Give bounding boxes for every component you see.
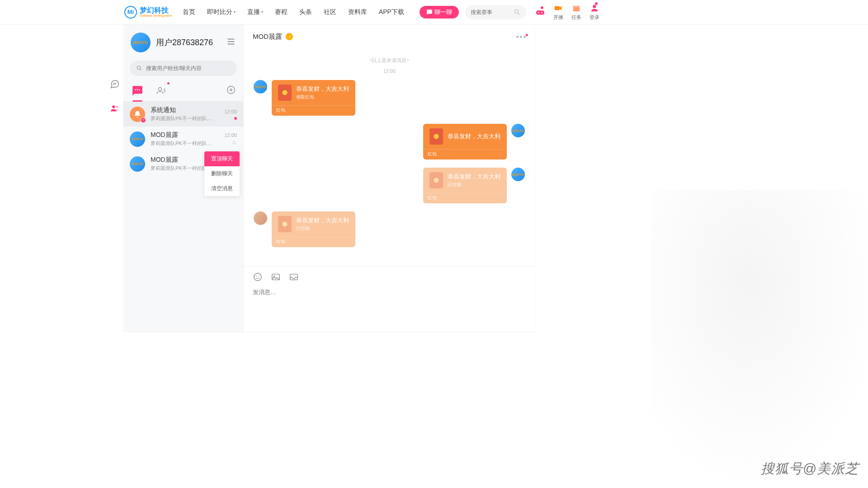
message-input[interactable] — [253, 288, 526, 302]
conv-time: 12:00 — [224, 132, 237, 138]
chat-bubble-icon — [132, 85, 143, 97]
verified-badge-icon — [141, 117, 146, 123]
nav-database[interactable]: 资料库 — [348, 8, 367, 16]
dot-icon — [524, 36, 526, 38]
gift-box-icon — [571, 3, 581, 13]
sidebar: DOUYU 用户287638276 — [123, 24, 244, 332]
hamburger-menu-icon[interactable] — [226, 37, 236, 48]
rail-chat-icon[interactable] — [110, 79, 120, 89]
redpacket-title: 恭喜发财，大吉大利 — [448, 173, 500, 181]
conversation-item-system[interactable]: 系统通知 萝莉圆滑队PK不一样的队… 12:00 — [123, 102, 243, 127]
redpacket-footer: 红包 — [423, 149, 507, 160]
nav-scores[interactable]: 即时比分▾ — [207, 8, 236, 16]
red-packet[interactable]: 恭喜发财，大吉大利 领取红包 红包 — [272, 80, 355, 116]
chat-messages[interactable]: ~以上是未读消息~ 12:00 DOUYU 恭喜发财，大吉大利 领取红包 红包 — [244, 49, 535, 266]
chat-button[interactable]: 聊一聊 — [420, 6, 459, 19]
add-button[interactable] — [226, 85, 236, 97]
tasks-button[interactable]: 任务 — [571, 3, 581, 21]
input-toolbar — [253, 272, 526, 284]
topnav-search[interactable] — [465, 5, 526, 19]
nav-app-download[interactable]: APP下载 — [379, 8, 404, 16]
image-button[interactable] — [271, 272, 281, 284]
chat-more-button[interactable] — [516, 36, 526, 38]
emoji-button[interactable] — [253, 272, 263, 284]
notification-dot-icon — [526, 34, 528, 36]
conv-name: 系统通知 — [151, 106, 219, 114]
inbox-button[interactable] — [289, 272, 299, 284]
chat-pane: MOD晨露 ~以上是未读消息~ 12:00 DOUYU — [244, 24, 535, 332]
svg-line-1 — [518, 13, 519, 14]
ctx-delete-chat[interactable]: 删除聊天 — [204, 166, 240, 181]
logo-badge-icon: Mi — [124, 6, 137, 19]
chevron-down-icon: ▾ — [261, 10, 263, 14]
nav-live[interactable]: 直播▾ — [247, 8, 263, 16]
chat-header: MOD晨露 — [244, 24, 535, 49]
svg-point-19 — [137, 89, 138, 91]
message-row: 恭喜发财，大吉大利 已过期 红包 — [254, 211, 525, 247]
svg-point-30 — [259, 276, 259, 277]
chat-input-area — [244, 266, 535, 332]
nav-community[interactable]: 社区 — [324, 8, 336, 16]
redpacket-title: 恭喜发财，大吉大利 — [296, 85, 349, 93]
top-nav: Mi 梦幻科技 Software Development 首页 即时比分▾ 直播… — [0, 0, 868, 24]
ctx-pin-chat[interactable]: 置顶聊天 — [204, 151, 240, 166]
conv-snippet: 萝莉圆滑队PK不一样的队… — [151, 140, 219, 147]
nav-items: 首页 即时比分▾ 直播▾ 赛程 头条 社区 资料库 APP下载 聊一聊 — [183, 6, 459, 19]
topnav-search-input[interactable] — [471, 9, 514, 15]
red-packet-icon — [278, 84, 292, 101]
svg-point-3 — [538, 12, 539, 13]
chevron-down-icon: ▾ — [234, 10, 236, 14]
site-logo[interactable]: Mi 梦幻科技 Software Development — [124, 6, 172, 19]
sidebar-header: DOUYU 用户287638276 — [123, 24, 243, 59]
nav-home[interactable]: 首页 — [183, 8, 195, 16]
sidebar-search-input[interactable] — [146, 65, 231, 71]
start-stream-button[interactable]: 开播 — [553, 3, 563, 21]
svg-line-17 — [140, 69, 142, 70]
current-user-avatar[interactable]: DOUYU — [131, 33, 151, 52]
tab-contacts[interactable] — [154, 84, 168, 98]
rail-contacts-icon[interactable] — [110, 103, 120, 113]
sender-avatar-icon[interactable]: DOUYU — [511, 168, 525, 181]
logo-text: 梦幻科技 Software Development — [140, 7, 172, 17]
dot-icon — [520, 36, 522, 38]
redpacket-subtitle: 已过期 — [296, 225, 349, 232]
tasks-label: 任务 — [571, 14, 581, 21]
sidebar-search[interactable] — [130, 61, 237, 76]
inbox-icon — [289, 272, 299, 282]
nav-headlines[interactable]: 头条 — [299, 8, 312, 16]
conversation-item[interactable]: DOUYU MOD晨露 萝莉圆滑队PK不一样的队… 12:00 — [123, 127, 243, 151]
conv-time: 12:00 — [224, 109, 237, 114]
unread-dot-icon — [234, 117, 237, 120]
redpacket-subtitle: 领取红包 — [296, 94, 349, 100]
svg-point-21 — [159, 88, 162, 91]
sender-avatar-icon[interactable]: DOUYU — [254, 80, 267, 94]
red-packet[interactable]: 恭喜发财，大吉大利 红包 — [423, 124, 507, 160]
red-packet-icon — [429, 128, 443, 145]
user-avatar-icon — [590, 3, 599, 13]
logo-cn: 梦幻科技 — [140, 7, 172, 14]
ctx-clear-messages[interactable]: 清空消息 — [204, 181, 240, 196]
sender-avatar-icon[interactable]: DOUYU — [511, 124, 525, 137]
chat-contact-name: MOD晨露 — [253, 33, 282, 41]
start-stream-label: 开播 — [553, 14, 563, 21]
svg-point-32 — [274, 276, 275, 277]
conv-snippet: 萝莉圆滑队PK不一样的队… — [151, 115, 219, 122]
sender-avatar-icon[interactable] — [254, 211, 267, 225]
redpacket-title: 恭喜发财，大吉大利 — [296, 216, 349, 225]
svg-rect-33 — [290, 274, 298, 280]
svg-point-0 — [515, 9, 519, 13]
search-icon[interactable] — [514, 9, 521, 16]
smile-icon — [253, 272, 263, 282]
game-icon-button[interactable] — [535, 7, 545, 17]
user-avatar-icon: DOUYU — [130, 131, 145, 147]
svg-point-11 — [112, 105, 115, 108]
system-avatar-icon — [130, 107, 145, 122]
red-packet-expired[interactable]: 恭喜发财，大吉大利 已过期 红包 — [272, 211, 355, 247]
red-packet-expired[interactable]: 恭喜发财，大吉大利 已过期 红包 — [423, 168, 507, 203]
nav-schedule[interactable]: 赛程 — [275, 8, 288, 16]
svg-point-28 — [254, 273, 262, 281]
conversation-item[interactable]: DOUYU MOD晨露 萝莉圆滑队PK不一样的队… 置顶聊天 删除聊天 清空消息 — [123, 151, 243, 176]
svg-point-16 — [137, 66, 140, 69]
login-button[interactable]: 登录 — [590, 3, 599, 21]
tab-messages[interactable] — [131, 84, 144, 98]
